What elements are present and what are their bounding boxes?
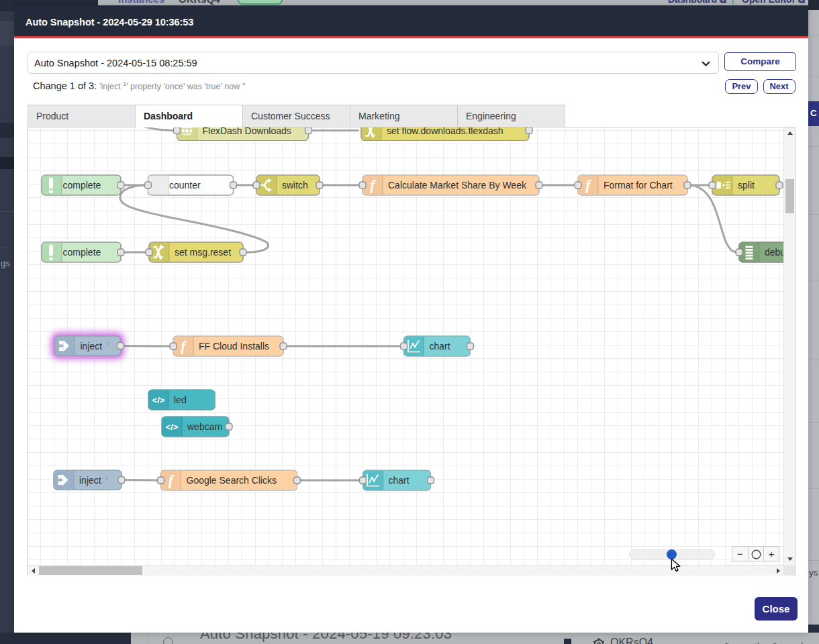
svg-text:set msg.reset: set msg.reset (175, 247, 231, 258)
svg-text:complete: complete (63, 180, 101, 191)
svg-text:</>: </> (152, 395, 165, 405)
svg-text:</>: </> (166, 422, 179, 432)
svg-text:1: 1 (105, 475, 109, 482)
svg-text:Google Search Clicks: Google Search Clicks (187, 475, 277, 486)
svg-text:split: split (738, 180, 755, 191)
svg-text:debug: debug (765, 247, 783, 258)
svg-text:set flow.downloads.flexdash: set flow.downloads.flexdash (387, 127, 503, 136)
svg-text:inject: inject (79, 475, 101, 486)
svg-text:Format for Chart: Format for Chart (604, 180, 673, 191)
svg-text:led: led (174, 394, 187, 405)
svg-text:Calculate Market Share By Week: Calculate Market Share By Week (388, 180, 527, 191)
svg-text:1: 1 (107, 341, 110, 347)
svg-text:counter: counter (169, 180, 201, 191)
svg-text:inject: inject (81, 341, 103, 352)
svg-text:FlexDash Downloads: FlexDash Downloads (203, 127, 291, 136)
svg-text:webcam: webcam (187, 421, 222, 432)
svg-text:chart: chart (430, 341, 450, 352)
svg-text:complete: complete (63, 247, 101, 258)
svg-text:switch: switch (282, 180, 308, 191)
svg-text:FF Cloud Installs: FF Cloud Installs (199, 341, 269, 352)
svg-text:chart: chart (389, 475, 410, 486)
